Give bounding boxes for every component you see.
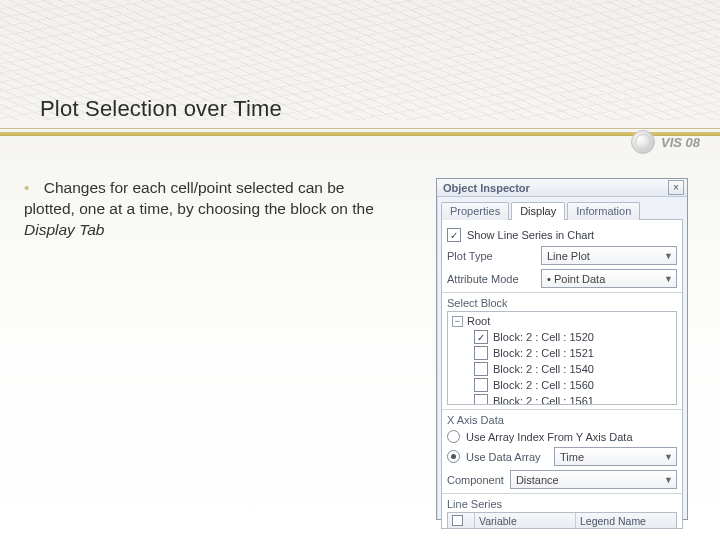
tree-item[interactable]: Block: 2 : Cell : 1560 [474, 377, 672, 393]
window-title: Object Inspector [443, 182, 530, 194]
block-tree[interactable]: − Root Block: 2 : Cell : 1520 Block: 2 :… [447, 311, 677, 405]
object-inspector-window: Object Inspector × Properties Display In… [436, 178, 688, 520]
tree-item-label: Block: 2 : Cell : 1561 [493, 395, 594, 405]
xaxis-array-value: Time [560, 451, 584, 463]
component-value: Distance [516, 474, 559, 486]
xaxis-array-label: Use Data Array [466, 451, 548, 463]
x-axis-heading: X Axis Data [447, 414, 677, 426]
tree-item[interactable]: Block: 2 : Cell : 1561 [474, 393, 672, 405]
bullet-dot-icon: • [24, 179, 29, 196]
collapse-icon[interactable]: − [452, 316, 463, 327]
tree-item-checkbox[interactable] [474, 330, 488, 344]
attribute-mode-row: Attribute Mode • Point Data ▼ [447, 269, 677, 288]
tab-strip: Properties Display Information [441, 201, 683, 219]
titlebar[interactable]: Object Inspector × [437, 179, 687, 197]
point-data-icon: • [547, 273, 551, 285]
radio-index[interactable] [447, 430, 460, 443]
tree-item-checkbox[interactable] [474, 394, 488, 405]
bullet-emph: Display Tab [24, 221, 104, 238]
show-line-label: Show Line Series in Chart [467, 229, 594, 241]
tree-item[interactable]: Block: 2 : Cell : 1540 [474, 361, 672, 377]
tree-item-label: Block: 2 : Cell : 1560 [493, 379, 594, 391]
tree-item-checkbox[interactable] [474, 362, 488, 376]
show-line-checkbox[interactable] [447, 228, 461, 242]
plot-type-value: Line Plot [547, 250, 590, 262]
component-label: Component [447, 474, 504, 486]
attribute-mode-value: Point Data [554, 273, 605, 285]
tab-properties[interactable]: Properties [441, 202, 509, 220]
show-line-row: Show Line Series in Chart [447, 228, 677, 242]
bullet-item: • Changes for each cell/point selected c… [24, 178, 384, 241]
col-legend-name[interactable]: Legend Name [576, 513, 676, 529]
chevron-down-icon: ▼ [664, 274, 673, 284]
separator [442, 292, 682, 293]
separator [442, 409, 682, 410]
separator [442, 493, 682, 494]
plot-type-row: Plot Type Line Plot ▼ [447, 246, 677, 265]
tree-item-checkbox[interactable] [474, 378, 488, 392]
attribute-mode-label: Attribute Mode [447, 273, 535, 285]
chevron-down-icon: ▼ [664, 251, 673, 261]
bullet-text: Changes for each cell/point selected can… [24, 179, 374, 217]
plot-type-combo[interactable]: Line Plot ▼ [541, 246, 677, 265]
table-header: Variable Legend Name [448, 513, 676, 529]
tree-item-label: Block: 2 : Cell : 1540 [493, 363, 594, 375]
globe-icon [631, 130, 655, 154]
tab-information[interactable]: Information [567, 202, 640, 220]
tree-item-label: Block: 2 : Cell : 1520 [493, 331, 594, 343]
chevron-down-icon: ▼ [664, 452, 673, 462]
tree-item[interactable]: Block: 2 : Cell : 1520 [474, 329, 672, 345]
tree-item-checkbox[interactable] [474, 346, 488, 360]
xaxis-index-label: Use Array Index From Y Axis Data [466, 431, 633, 443]
tree-item-label: Block: 2 : Cell : 1521 [493, 347, 594, 359]
select-block-label: Select Block [447, 297, 677, 309]
tree-item[interactable]: Block: 2 : Cell : 1521 [474, 345, 672, 361]
xaxis-option-array[interactable]: Use Data Array Time ▼ [447, 447, 677, 466]
col-variable[interactable]: Variable [475, 513, 576, 529]
logo-text: VIS 08 [661, 135, 700, 150]
chevron-down-icon: ▼ [664, 475, 673, 485]
slide-title: Plot Selection over Time [40, 96, 282, 122]
title-rule [0, 128, 720, 138]
tab-panel-display: Show Line Series in Chart Plot Type Line… [441, 219, 683, 529]
xaxis-option-index[interactable]: Use Array Index From Y Axis Data [447, 430, 677, 443]
tree-root-label: Root [467, 315, 490, 327]
close-icon[interactable]: × [668, 180, 684, 195]
vis08-logo: VIS 08 [631, 130, 700, 154]
tree-root[interactable]: − Root [452, 315, 672, 327]
xaxis-array-combo[interactable]: Time ▼ [554, 447, 677, 466]
line-series-table[interactable]: Variable Legend Name [447, 512, 677, 529]
component-row: Component Distance ▼ [447, 470, 677, 489]
component-combo[interactable]: Distance ▼ [510, 470, 677, 489]
attribute-mode-combo[interactable]: • Point Data ▼ [541, 269, 677, 288]
x-axis-section: X Axis Data Use Array Index From Y Axis … [447, 414, 677, 489]
square-icon [452, 515, 463, 526]
line-series-heading: Line Series [447, 498, 677, 510]
plot-type-label: Plot Type [447, 250, 535, 262]
radio-array[interactable] [447, 450, 460, 463]
tab-display[interactable]: Display [511, 202, 565, 220]
